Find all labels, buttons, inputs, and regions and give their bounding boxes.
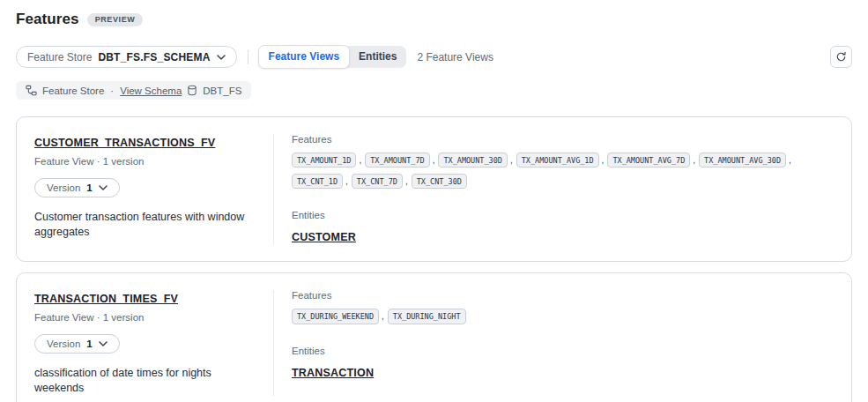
feature-view-description: Customer transaction features with windo… [34,210,255,240]
feature-view-list: CUSTOMER_TRANSACTIONS_FV Feature View · … [16,116,852,402]
feature-chip: TX_AMOUNT_1D [292,153,356,168]
feature-chip: TX_AMOUNT_AVG_30D [699,153,786,168]
card-details: Features TX_AMOUNT_1D,TX_AMOUNT_7D,TX_AM… [274,134,834,244]
card-summary: CUSTOMER_TRANSACTIONS_FV Feature View · … [34,134,274,244]
version-dropdown[interactable]: Version 1 [34,178,120,197]
features-label: Features [292,134,834,145]
toolbar: Feature Store DBT_FS.FS_SCHEMA Feature V… [16,46,852,68]
feature-store-dropdown[interactable]: Feature Store DBT_FS.FS_SCHEMA [16,46,237,68]
chevron-down-icon [217,55,226,60]
feature-store-label: Feature Store [27,51,92,63]
feature-views-count: 2 Feature Views [417,51,493,63]
feature-view-meta: Feature View · 1 version [34,312,257,323]
tab-entities[interactable]: Entities [349,46,406,67]
chip-separator: , [508,155,516,165]
refresh-icon [835,51,847,63]
chip-separator: , [690,155,699,165]
version-dropdown[interactable]: Version 1 [34,334,120,354]
version-label: Version [47,339,80,349]
feature-view-card: TRANSACTION_TIMES_FV Feature View · 1 ve… [16,272,852,402]
chevron-down-icon [99,341,108,346]
chip-separator: , [430,155,439,165]
view-schema-link[interactable]: View Schema [120,86,182,96]
feature-store-value: DBT_FS.FS_SCHEMA [98,51,210,63]
feature-chip: TX_CNT_1D [292,174,343,189]
version-value: 1 [86,339,92,349]
entity-link[interactable]: CUSTOMER [292,231,356,243]
toolbar-divider [248,50,249,64]
feature-chip: TX_AMOUNT_30D [438,153,508,168]
feature-view-meta: Feature View · 1 version [34,156,257,167]
feature-view-description: classification of date times for nights … [34,366,255,396]
card-summary: TRANSACTION_TIMES_FV Feature View · 1 ve… [34,290,274,396]
tab-feature-views[interactable]: Feature Views [258,45,350,68]
page-header: Features PREVIEW [16,11,852,28]
view-tabs: Feature Views Entities [259,46,407,67]
chip-separator: , [379,311,388,321]
entity-link-list: TRANSACTION [292,364,834,380]
feature-chip: TX_CNT_30D [412,174,467,189]
chip-separator: , [599,155,608,165]
breadcrumb-feature-store: Feature Store [42,86,104,96]
feature-chip: TX_CNT_7D [352,174,403,189]
card-details: Features TX_DURING_WEEKEND,TX_DURING_NIG… [274,290,834,396]
feature-chip: TX_DURING_WEEKEND [292,309,379,324]
feature-chip-list: TX_DURING_WEEKEND,TX_DURING_NIGHT [292,309,834,324]
entities-label: Entities [292,210,834,220]
database-icon [187,85,197,96]
chip-separator: , [343,176,352,186]
page-title: Features [16,11,79,28]
feature-view-link[interactable]: TRANSACTION_TIMES_FV [34,293,178,305]
breadcrumb: Feature Store · View Schema DBT_FS [16,81,251,100]
feature-chip: TX_AMOUNT_7D [365,153,429,168]
chip-separator: , [786,155,795,165]
version-label: Version [47,182,80,193]
chevron-down-icon [99,185,108,190]
feature-view-link[interactable]: CUSTOMER_TRANSACTIONS_FV [34,137,215,149]
hierarchy-icon [26,85,37,96]
breadcrumb-database: DBT_FS [203,86,241,96]
features-label: Features [292,290,834,301]
entities-label: Entities [292,346,834,356]
chip-separator: , [403,176,412,186]
entity-link-list: CUSTOMER [292,228,834,244]
feature-chip: TX_AMOUNT_AVG_7D [607,153,690,168]
feature-chip: TX_DURING_NIGHT [388,309,466,324]
chip-separator: , [356,155,365,165]
version-value: 1 [86,182,92,193]
feature-chip: TX_AMOUNT_AVG_1D [516,153,599,168]
refresh-button[interactable] [830,46,852,68]
entity-link[interactable]: TRANSACTION [292,367,374,379]
feature-view-card: CUSTOMER_TRANSACTIONS_FV Feature View · … [16,116,852,262]
preview-badge: PREVIEW [87,13,144,26]
feature-chip-list: TX_AMOUNT_1D,TX_AMOUNT_7D,TX_AMOUNT_30D,… [292,153,834,189]
breadcrumb-separator: · [109,86,115,96]
